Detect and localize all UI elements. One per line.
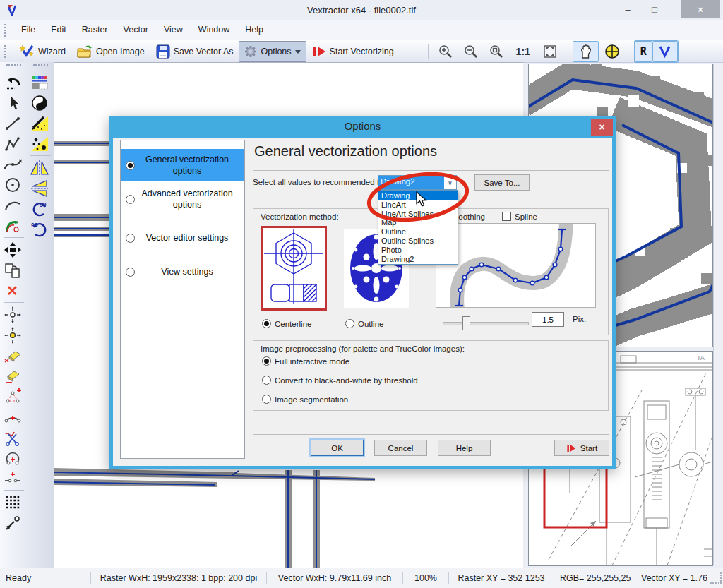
show-raster-toggle[interactable]: R [635,41,652,62]
convert-bw-radio [262,376,271,385]
move-node-center-button[interactable] [1,325,24,345]
zoom-out-button[interactable] [458,41,484,62]
erase-node-button[interactable] [1,345,24,366]
close-button[interactable]: × [681,0,720,18]
smoothing-value-input[interactable] [532,312,564,327]
move-node-button[interactable] [1,304,24,325]
outline-radio-row[interactable]: Outline [345,319,383,328]
help-button[interactable]: Help [438,440,491,456]
palette-button[interactable] [28,72,51,92]
open-image-button[interactable]: Open Image [71,41,150,62]
menu-vector[interactable]: Vector [116,20,156,40]
clean-raster-button[interactable] [28,113,51,133]
dropdown-item-lineart[interactable]: LineArt [378,200,458,210]
rotate-cw-button[interactable]: 90 [28,198,51,219]
smoothing-slider[interactable] [443,316,527,329]
centerline-method-thumbnail[interactable] [261,226,327,311]
dialog-close-button[interactable]: × [591,119,613,136]
save-vector-as-button[interactable]: Save Vector As [150,41,239,62]
nav-item-advanced-vectorization[interactable]: Advanced vectorization options [121,183,244,215]
arc-tool-button[interactable] [1,195,24,215]
spline-checkbox-row[interactable]: Spline [502,212,537,221]
cancel-button[interactable]: Cancel [374,440,427,456]
slider-thumb[interactable] [462,316,470,330]
dropdown-item-drawing2[interactable]: Drawing2 [378,255,458,264]
flip-horizontal-button[interactable] [28,157,51,178]
show-vector-toggle[interactable] [652,41,678,62]
start-play-icon [312,45,326,58]
status-zoom-level: 100% [403,572,449,584]
break-line-button[interactable] [1,468,24,488]
zoom-in-button[interactable] [433,41,458,62]
nav-item-view-settings[interactable]: View settings [121,260,244,283]
raster-grid-button[interactable] [1,492,24,512]
zoom-1-1-button[interactable]: 1:1 [509,41,537,62]
full-interactive-radio-row[interactable]: Full interactive mode [262,356,349,366]
dropdown-item-outline-splines[interactable]: Outline Splines [378,236,458,246]
options-nav-list: General vectorization options Advanced v… [120,140,245,459]
recommended-for-combobox[interactable]: Drawing2 ∨ [378,175,457,190]
eraser-button[interactable] [1,366,24,386]
pan-view-button[interactable] [1,239,24,260]
add-arc-node-button[interactable] [1,407,24,427]
menu-window[interactable]: Window [191,20,237,40]
pick-node-button[interactable] [1,512,24,533]
zoom-region-button[interactable] [484,41,509,62]
start-vectorizing-button[interactable]: Start Vectorizing [306,41,400,62]
status-vector-size: Vector WxH: 9.79x11.69 inch [267,572,403,584]
despeckle-button[interactable] [28,133,51,154]
start-button[interactable]: Start [554,440,609,456]
circle-tool-button[interactable] [1,174,24,195]
menu-file[interactable]: File [13,20,43,40]
image-segmentation-radio-row[interactable]: Image segmentation [262,395,348,404]
centerline-radio-row[interactable]: Centerline [262,319,311,328]
dropdown-item-lineart-splines[interactable]: LineArt Splines [378,210,458,219]
close-contour-button[interactable] [1,448,24,468]
image-segmentation-radio [262,395,271,404]
convert-bw-radio-row[interactable]: Convert to black-and-white by threshold [262,376,418,385]
start-vectorizing-label: Start Vectorizing [330,47,394,56]
select-tool-button[interactable] [1,92,24,113]
vertical-scrollbar[interactable] [713,64,722,565]
polyline-tool-button[interactable] [1,133,24,154]
pan-hand-button[interactable] [573,41,599,62]
nav-item-general-vectorization[interactable]: General vectorization options [121,149,244,181]
spline-tool-button[interactable] [1,154,24,174]
save-to-button[interactable]: Save To... [474,174,530,191]
ok-button[interactable]: OK [311,440,364,456]
target-icon [604,44,620,59]
line-tool-button[interactable] [1,113,24,133]
maximize-button[interactable]: □ [641,0,668,18]
rotate-ccw-button[interactable]: 90 [28,219,51,239]
dropdown-item-photo[interactable]: Photo [378,246,458,255]
menu-bar: File Edit Raster Vector View Window Help [0,20,723,41]
fit-to-window-button[interactable] [537,41,563,62]
invert-image-button[interactable] [28,92,51,113]
menu-edit[interactable]: Edit [43,20,74,40]
centerline-cad-icon [263,228,325,308]
minimize-button[interactable]: – [614,0,641,18]
center-target-button[interactable] [599,41,626,62]
outline-radio [345,319,354,328]
undo-button[interactable] [1,72,24,92]
dropdown-item-outline[interactable]: Outline [378,227,458,236]
wizard-button[interactable]: Wizard [13,41,71,62]
buttons-divider [253,434,609,435]
copy-object-button[interactable] [1,260,24,280]
cut-curve-button[interactable] [1,427,24,448]
delete-button[interactable]: ✕ [1,280,24,301]
toolbar-grip [4,45,8,58]
resize-grip[interactable] [710,572,722,584]
trace-tool-button[interactable] [1,215,24,236]
add-polyline-node-button[interactable] [1,386,24,407]
menu-view[interactable]: View [156,20,191,40]
dropdown-item-map[interactable]: Map [378,218,458,227]
nav-item-vector-editor[interactable]: Vector editor settings [121,227,244,249]
menu-raster[interactable]: Raster [74,20,116,40]
menu-help[interactable]: Help [237,20,271,40]
flip-vertical-button[interactable] [28,178,51,198]
options-button[interactable]: Options [239,41,306,62]
dropdown-item-drawing[interactable]: Drawing [378,191,458,200]
gear-icon [244,45,257,58]
hand-icon [578,44,593,59]
